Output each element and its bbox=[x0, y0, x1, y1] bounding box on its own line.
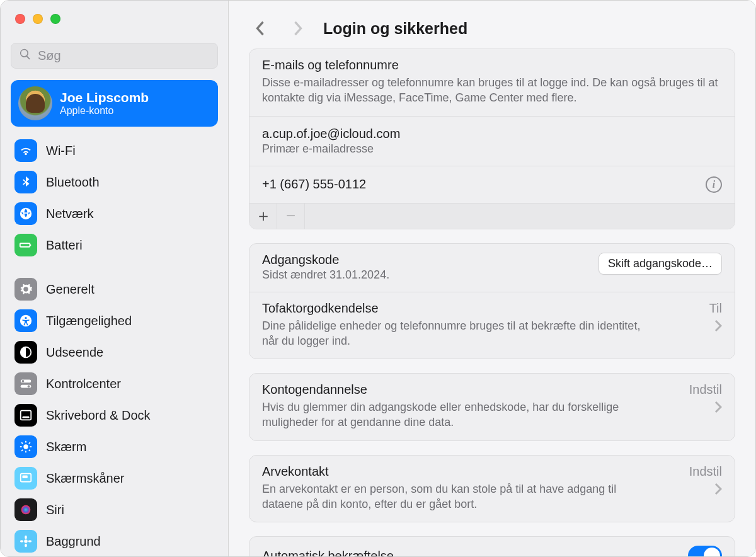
svg-point-2 bbox=[22, 380, 25, 382]
sidebar-item-label: Wi-Fi bbox=[46, 144, 76, 158]
chevron-right-icon bbox=[714, 401, 722, 416]
page-title: Login og sikkerhed bbox=[323, 20, 467, 38]
sidebar-item-label: Kontrolcenter bbox=[46, 377, 121, 391]
recovery-status: Indstil bbox=[689, 382, 722, 397]
svg-line-15 bbox=[29, 442, 30, 444]
svg-point-4 bbox=[28, 385, 30, 388]
chevron-right-icon bbox=[714, 483, 722, 498]
sidebar-item-displays[interactable]: Skærm bbox=[8, 432, 220, 462]
legacy-contact-card[interactable]: Arvekontakt En arvekontakt er en person,… bbox=[249, 455, 735, 523]
sidebar-item-network[interactable]: Netværk bbox=[8, 198, 220, 229]
sun-icon bbox=[14, 435, 37, 458]
sidebar-item-siri[interactable]: Siri bbox=[8, 495, 220, 525]
add-button[interactable]: ＋ bbox=[249, 204, 277, 229]
sidebar-item-bluetooth[interactable]: Bluetooth bbox=[8, 167, 220, 197]
svg-rect-17 bbox=[23, 475, 28, 478]
svg-point-19 bbox=[24, 539, 28, 543]
sidebar-item-label: Generelt bbox=[46, 282, 94, 297]
twofactor-desc: Dine pålidelige enheder og telefonnumre … bbox=[262, 318, 655, 349]
email-row[interactable]: a.cup.of.joe@icloud.com Primær e-mailadr… bbox=[249, 116, 735, 166]
back-button[interactable] bbox=[248, 16, 273, 41]
remove-button[interactable]: − bbox=[277, 204, 305, 229]
recovery-desc: Hvis du glemmer din adgangskode eller en… bbox=[262, 399, 655, 430]
switches-icon bbox=[14, 372, 37, 395]
sidebar-item-apple-account[interactable]: Joe Lipscomb Apple-konto bbox=[11, 80, 218, 127]
sidebar-item-label: Skrivebord & Dock bbox=[46, 408, 151, 423]
sidebar-item-label: Batteri bbox=[46, 238, 83, 253]
account-name: Joe Lipscomb bbox=[60, 90, 149, 105]
svg-point-22 bbox=[20, 540, 23, 543]
gear-icon bbox=[14, 278, 37, 301]
sidebar-item-label: Tilgængelighed bbox=[46, 314, 132, 328]
sidebar-item-wallpaper[interactable]: Baggrund bbox=[8, 526, 220, 556]
legacy-title: Arvekontakt bbox=[262, 464, 655, 479]
sidebar-nav: Wi-Fi Bluetooth Netværk Batteri bbox=[1, 132, 228, 556]
sidebar-item-label: Siri bbox=[46, 503, 64, 517]
sidebar-item-label: Netværk bbox=[46, 207, 94, 221]
svg-point-20 bbox=[25, 536, 27, 539]
screensaver-icon bbox=[14, 467, 37, 490]
settings-window: Joe Lipscomb Apple-konto Wi-Fi Bluetooth bbox=[0, 0, 756, 557]
svg-rect-6 bbox=[23, 416, 30, 418]
svg-point-7 bbox=[23, 444, 28, 449]
accessibility-icon bbox=[14, 309, 37, 332]
svg-point-21 bbox=[25, 544, 27, 548]
auto-confirm-card: Automatisk bekræftelse bbox=[249, 536, 735, 556]
emails-desc: Disse e-mailadresser og telefonnumre kan… bbox=[262, 75, 722, 106]
legacy-desc: En arvekontakt er en person, som du kan … bbox=[262, 481, 655, 512]
emails-title: E-mails og telefonnumre bbox=[262, 58, 722, 72]
sidebar-item-screensaver[interactable]: Skærmskåner bbox=[8, 463, 220, 493]
search-input[interactable] bbox=[38, 49, 210, 63]
account-subtitle: Apple-konto bbox=[60, 105, 149, 117]
sidebar-item-label: Skærmskåner bbox=[46, 471, 124, 486]
forward-button[interactable] bbox=[285, 16, 311, 41]
sidebar-item-appearance[interactable]: Udseende bbox=[8, 337, 220, 367]
flower-icon bbox=[14, 530, 37, 553]
recovery-title: Kontogendannelse bbox=[262, 382, 655, 397]
close-window-button[interactable] bbox=[15, 14, 25, 24]
svg-point-18 bbox=[21, 505, 31, 515]
password-subtitle: Sidst ændret 31.01.2024. bbox=[262, 268, 389, 282]
sidebar-item-control-center[interactable]: Kontrolcenter bbox=[8, 369, 220, 399]
svg-line-12 bbox=[21, 442, 23, 444]
list-toolbar: ＋ − bbox=[249, 203, 735, 229]
sidebar-item-wifi[interactable]: Wi-Fi bbox=[8, 135, 220, 166]
twofactor-title: Tofaktorgodkendelse bbox=[262, 301, 655, 316]
legacy-status: Indstil bbox=[689, 464, 722, 479]
sidebar: Joe Lipscomb Apple-konto Wi-Fi Bluetooth bbox=[1, 1, 229, 556]
sidebar-item-accessibility[interactable]: Tilgængelighed bbox=[8, 306, 220, 336]
fullscreen-window-button[interactable] bbox=[50, 14, 60, 24]
password-card: Adgangskode Sidst ændret 31.01.2024. Ski… bbox=[249, 243, 735, 360]
minimize-window-button[interactable] bbox=[33, 14, 43, 24]
account-recovery-card[interactable]: Kontogendannelse Hvis du glemmer din adg… bbox=[249, 373, 735, 441]
phone-row[interactable]: +1 (667) 555-0112 i bbox=[249, 166, 735, 203]
dock-icon bbox=[14, 404, 37, 427]
change-password-button[interactable]: Skift adgangskode… bbox=[598, 253, 722, 275]
emails-phone-card: E-mails og telefonnumre Disse e-mailadre… bbox=[249, 49, 735, 229]
window-controls bbox=[1, 1, 228, 25]
search-icon bbox=[19, 48, 32, 64]
chevron-right-icon bbox=[714, 319, 722, 335]
sidebar-item-label: Baggrund bbox=[46, 534, 101, 549]
main-content: Login og sikkerhed E-mails og telefonnum… bbox=[229, 1, 755, 556]
search-field[interactable] bbox=[11, 43, 218, 69]
sidebar-item-general[interactable]: Generelt bbox=[8, 274, 220, 304]
twofactor-status: Til bbox=[709, 301, 722, 316]
email-subtitle: Primær e-mailadresse bbox=[262, 142, 400, 156]
auto-confirm-title: Automatisk bekræftelse bbox=[262, 549, 394, 556]
sidebar-item-label: Skærm bbox=[46, 440, 86, 454]
bluetooth-icon bbox=[14, 171, 37, 193]
globe-icon bbox=[14, 202, 37, 225]
sidebar-item-battery[interactable]: Batteri bbox=[8, 230, 220, 260]
svg-line-13 bbox=[29, 450, 30, 451]
svg-rect-5 bbox=[21, 411, 32, 420]
sidebar-item-desktop-dock[interactable]: Skrivebord & Dock bbox=[8, 400, 220, 430]
auto-confirm-toggle[interactable] bbox=[688, 546, 722, 556]
phone-value: +1 (667) 555-0112 bbox=[262, 177, 366, 192]
info-icon[interactable]: i bbox=[706, 176, 722, 193]
password-title: Adgangskode bbox=[262, 253, 389, 267]
avatar bbox=[18, 86, 52, 120]
battery-icon bbox=[14, 234, 37, 256]
twofactor-row[interactable]: Tofaktorgodkendelse Dine pålidelige enhe… bbox=[249, 292, 735, 359]
wifi-icon bbox=[14, 139, 37, 162]
